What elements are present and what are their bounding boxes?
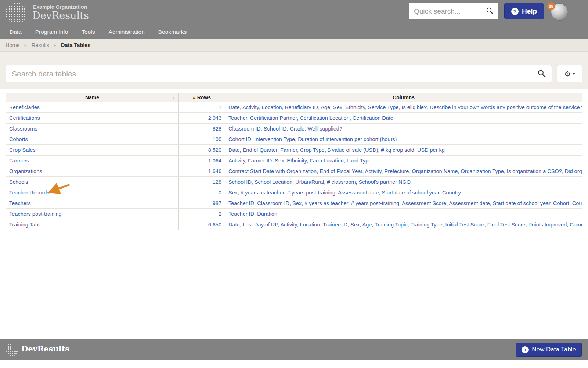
- data-table-link[interactable]: Certifications: [9, 115, 40, 121]
- cell-row-count: 2,043: [179, 113, 225, 124]
- sort-ascending-icon: ↑: [173, 95, 175, 100]
- breadcrumb-results[interactable]: Results: [32, 42, 49, 48]
- breadcrumb: Home ▸ Results ▸ Data Tables: [0, 39, 588, 52]
- data-table-link[interactable]: Beneficiaries: [9, 104, 40, 110]
- column-header-rows[interactable]: # Rows: [179, 93, 225, 102]
- cell-row-count: 8,520: [179, 145, 225, 156]
- cell-row-count: 100: [179, 134, 225, 145]
- org-name: Example Organization: [33, 4, 87, 10]
- plus-icon: +: [522, 346, 529, 353]
- cell-table-name: Teacher Records: [6, 187, 179, 198]
- nav-item-bookmarks[interactable]: Bookmarks: [158, 29, 187, 35]
- cell-row-count: 0: [179, 187, 225, 198]
- user-avatar[interactable]: 25: [551, 3, 568, 21]
- nav-item-administration[interactable]: Administration: [109, 29, 145, 35]
- data-table-link[interactable]: Schools: [9, 179, 28, 185]
- table-row: Certifications2,043Teacher, Certificatio…: [6, 113, 582, 124]
- cell-table-name: Cohorts: [6, 134, 179, 145]
- main-nav: Data Program Info Tools Administration B…: [0, 25, 187, 39]
- cell-row-count: 1: [179, 102, 225, 113]
- data-table-link[interactable]: Crop Sales: [9, 147, 36, 153]
- cell-row-count: 828: [179, 124, 225, 134]
- table-row: Farmers1,064Activity, Farmer ID, Sex, Et…: [6, 156, 582, 166]
- cell-columns-list: School ID, School Location, Urban/Rural,…: [225, 177, 582, 187]
- data-tables-search-input[interactable]: [6, 69, 531, 78]
- breadcrumb-home[interactable]: Home: [6, 42, 20, 48]
- cell-table-name: Schools: [6, 177, 179, 187]
- nav-item-tools[interactable]: Tools: [82, 29, 95, 35]
- settings-dropdown-button[interactable]: ⚙ ▾: [557, 65, 582, 82]
- notification-badge[interactable]: 25: [547, 2, 555, 10]
- cell-table-name: Training Table: [6, 219, 179, 230]
- brand-name[interactable]: DevResults: [32, 10, 89, 21]
- cell-table-name: Organizations: [6, 166, 179, 177]
- cell-table-name: Farmers: [6, 156, 179, 166]
- data-table-link[interactable]: Cohorts: [9, 136, 28, 142]
- data-table-link[interactable]: Teachers post-training: [9, 211, 62, 217]
- content: Name ↑ # Rows Columns Beneficiaries1Date…: [0, 89, 588, 230]
- cell-table-name: Teachers post-training: [6, 209, 179, 219]
- new-data-table-button[interactable]: + New Data Table: [516, 343, 582, 357]
- table-row: Teachers987Teacher ID, Classroom ID, Sex…: [6, 198, 582, 209]
- chevron-down-icon: ▾: [573, 72, 575, 76]
- cell-columns-list: Sex, # years as teacher, # years post-tr…: [225, 187, 582, 198]
- data-table-link[interactable]: Training Table: [9, 222, 42, 228]
- top-header: Example Organization DevResults ? Help 2…: [0, 0, 588, 39]
- data-tables-search-button[interactable]: [531, 69, 552, 79]
- table-row: Beneficiaries1Date, Activity, Location, …: [6, 102, 582, 113]
- data-table-link[interactable]: Farmers: [9, 158, 29, 164]
- breadcrumb-separator-icon: ▸: [25, 43, 27, 48]
- footer: DevResults + New Data Table: [0, 339, 588, 360]
- cell-table-name: Crop Sales: [6, 145, 179, 156]
- nav-item-program-info[interactable]: Program Info: [35, 29, 68, 35]
- cell-columns-list: Cohort ID, Intervention Type, Duration o…: [225, 134, 582, 145]
- cell-columns-list: Date, Activity, Location, Beneficiary ID…: [225, 102, 582, 113]
- cell-columns-list: Date, End of Quarter, Farmer, Crop Type,…: [225, 145, 582, 156]
- table-row: Training Table6,650Date, Last Day of RP,…: [6, 219, 582, 230]
- help-icon: ?: [511, 8, 519, 15]
- table-row: Teachers post-training2Teacher ID, Durat…: [6, 209, 582, 219]
- cell-columns-list: Teacher, Certification Partner, Certific…: [225, 113, 582, 124]
- cell-columns-list: Date, Last Day of RP, Activity, Location…: [225, 219, 582, 230]
- devresults-logo-icon[interactable]: [6, 3, 27, 24]
- cell-columns-list: Teacher ID, Duration: [225, 209, 582, 219]
- new-data-table-label: New Data Table: [532, 346, 576, 353]
- cell-row-count: 2: [179, 209, 225, 219]
- page: Example Organization DevResults ? Help 2…: [0, 0, 588, 368]
- breadcrumb-separator-icon: ▸: [54, 43, 56, 48]
- quick-search: [409, 3, 498, 19]
- quick-search-button[interactable]: [484, 7, 498, 16]
- cell-columns-list: Teacher ID, Classroom ID, Sex, # years a…: [225, 198, 582, 209]
- cell-row-count: 6,650: [179, 219, 225, 230]
- column-header-columns[interactable]: Columns: [225, 93, 582, 102]
- cell-row-count: 128: [179, 177, 225, 187]
- column-header-name-label: Name: [85, 94, 99, 100]
- table-row: Schools128School ID, School Location, Ur…: [6, 177, 582, 187]
- cell-row-count: 987: [179, 198, 225, 209]
- table-header-row: Name ↑ # Rows Columns: [6, 93, 582, 102]
- table-row: Cohorts100Cohort ID, Intervention Type, …: [6, 134, 582, 145]
- search-icon: [537, 69, 546, 79]
- cell-table-name: Teachers: [6, 198, 179, 209]
- data-tables-body: Beneficiaries1Date, Activity, Location, …: [6, 102, 582, 230]
- cell-table-name: Classrooms: [6, 124, 179, 134]
- data-table-link[interactable]: Classrooms: [9, 126, 37, 132]
- footer-brand: DevResults: [21, 344, 69, 353]
- table-row: Teacher Records0Sex, # years as teacher,…: [6, 187, 582, 198]
- help-button[interactable]: ? Help: [504, 3, 544, 19]
- cell-row-count: 1,646: [179, 166, 225, 177]
- gear-icon: ⚙: [564, 70, 571, 78]
- quick-search-input[interactable]: [409, 7, 484, 15]
- cell-columns-list: Activity, Farmer ID, Sex, Ethnicity, Far…: [225, 156, 582, 166]
- data-table-link[interactable]: Organizations: [9, 168, 42, 174]
- data-table-link[interactable]: Teachers: [9, 200, 31, 206]
- data-tables-search: [6, 65, 552, 82]
- devresults-footer-logo-icon: [6, 343, 18, 356]
- cell-row-count: 1,064: [179, 156, 225, 166]
- help-label: Help: [522, 7, 537, 15]
- data-table-link[interactable]: Teacher Records: [9, 190, 50, 196]
- column-header-name[interactable]: Name ↑: [6, 93, 179, 102]
- search-icon: [486, 7, 494, 16]
- nav-item-data[interactable]: Data: [10, 29, 22, 35]
- cell-table-name: Certifications: [6, 113, 179, 124]
